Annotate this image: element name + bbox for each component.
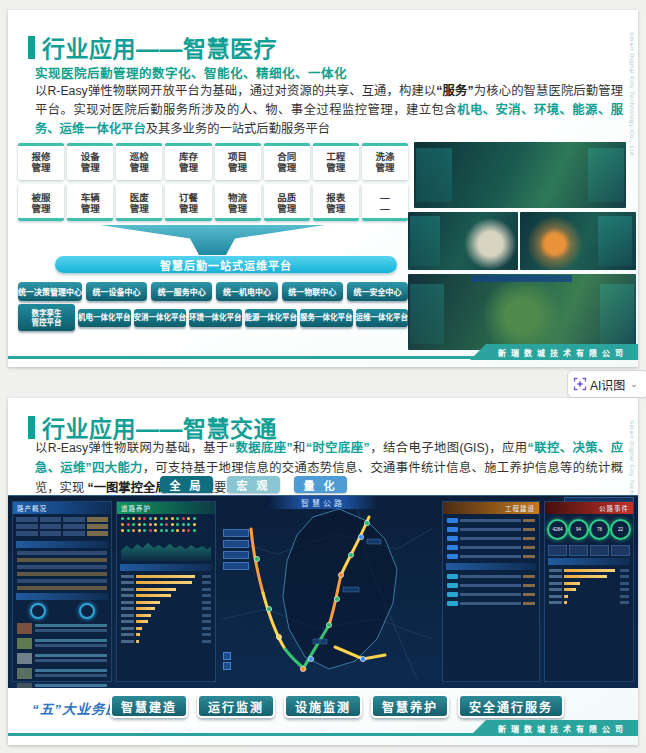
title-accent-bar (28, 416, 35, 439)
module-cell: 工程管理 (313, 143, 359, 180)
gis-map (217, 499, 439, 684)
company-name: 新瑞数城技术有限公司 (498, 347, 628, 358)
module-cell: 物流管理 (215, 184, 261, 221)
module-cell: 库存管理 (165, 143, 211, 180)
event-stat-cards (548, 545, 630, 556)
event-list-item (17, 622, 107, 634)
chevron-down-icon[interactable]: ⌄ (630, 379, 638, 389)
event-photo-thumbnail (17, 638, 32, 649)
event-photo-thumbnail (17, 683, 32, 689)
event-gauges: 4284947822 (547, 519, 631, 540)
panel-title: 公路事件 (545, 502, 633, 514)
road-assets-panel: 路产概况 (12, 501, 112, 682)
slide1-paragraph: 以R-Easy弹性物联网开放平台为基础，通过对资源的共享、互通，构建以“服务”为… (35, 82, 623, 139)
business-app-button: 智慧建造 (110, 694, 188, 718)
text-segment: 和 (293, 441, 306, 455)
view-mode-buttons: 全 局宏 观量 化 (160, 476, 347, 493)
module-cell: 合同管理 (264, 143, 310, 180)
platform-button: 服务一体化平台 (300, 309, 353, 327)
text-segment: “数据底座” (229, 441, 293, 455)
title-accent-bar (28, 36, 35, 59)
module-cell: 订餐管理 (165, 184, 211, 221)
platform-button: 安消一体化平台 (134, 309, 187, 327)
platform-button: 运维一体化平台 (356, 309, 409, 327)
event-bar-chart (545, 569, 633, 605)
platform-button: 能源一体化平台 (245, 309, 298, 327)
map-svg (217, 499, 439, 684)
text-segment: “服务” (436, 84, 473, 98)
highway-dashboard: 智慧公路 路产概况 道路养护 (8, 495, 638, 688)
unified-centers-row: 统一决策管理中心统一设备中心统一服务中心统一机电中心统一物联中心统一安全中心 (18, 282, 408, 301)
event-photo-thumbnail (17, 668, 32, 679)
ai-button-label: AI识图 (590, 376, 625, 393)
stat-ring (30, 603, 46, 619)
module-cell: 车辆管理 (67, 184, 113, 221)
ai-recognize-button[interactable]: AI识图 ⌄ (567, 370, 646, 398)
platform-button: 数字孪生管控平台 (18, 304, 75, 331)
map-zoom-control (223, 652, 231, 670)
slide-smart-healthcare: Smart Digital City Technology Co., Ltd 行… (8, 10, 638, 367)
ai-scan-sparkle-icon (573, 377, 587, 391)
module-cell: 报表管理 (313, 184, 359, 221)
road-maintenance-panel: 道路养护 (116, 501, 216, 682)
module-cell: 设备管理 (67, 143, 113, 180)
event-photo-thumbnail (17, 623, 32, 634)
unified-center-button: 统一决策管理中心 (18, 282, 82, 301)
footer-line (8, 356, 480, 359)
hospital-module-table: 报修管理设备管理巡检管理库存管理项目管理合同管理工程管理洗涤管理被服管理车辆管理… (18, 143, 408, 221)
ring-gauge: 78 (589, 519, 610, 540)
road-events-panel: 公路事件 4284947822 (544, 501, 634, 682)
business-app-button: 安全通行服务 (458, 694, 564, 718)
slide1-subtitle: 实现医院后勤管理的数字化、智能化、精细化、一体化 (35, 63, 347, 82)
ring-gauge: 22 (610, 519, 631, 540)
ring-gauge: 4284 (547, 519, 568, 540)
module-cell: —— (362, 184, 408, 221)
unified-center-button: 统一服务中心 (151, 282, 212, 301)
panel-title: 道路养护 (117, 502, 215, 514)
building-highlight-screenshot (520, 212, 636, 270)
funnel-shape (100, 225, 325, 255)
campus-dashboard-screenshot-2 (408, 274, 636, 350)
maintenance-bar-chart (117, 575, 215, 643)
company-name: 新瑞数城技术有限公司 (498, 723, 628, 734)
module-cell: 洗涤管理 (362, 143, 408, 180)
text-segment: 以R-Easy弹性物联网开放平台为基础，通过对资源的共享、互通，构建以 (35, 84, 436, 98)
event-list-item (17, 637, 107, 649)
text-segment: ，结合电子地图(GIS)，应用 (370, 441, 528, 455)
business-app-button: 智慧养护 (371, 694, 449, 718)
text-segment: 及其多业务的一站式后勤服务平台 (146, 122, 330, 136)
business-app-button: 设施监测 (284, 694, 362, 718)
slide1-title-row: 行业应用——智慧医疗 (28, 30, 277, 64)
slide-smart-transportation: Smart Digital City Technology Co., Ltd 行… (8, 398, 638, 745)
footer-line (8, 733, 476, 736)
footer-company-banner: 新瑞数城技术有限公司 (470, 344, 638, 360)
traffic-area-chart (121, 535, 211, 561)
business-app-button: 运行监测 (197, 694, 275, 718)
unified-center-button: 统一安全中心 (347, 282, 408, 301)
platform-button: 机电一体化平台 (78, 309, 131, 327)
mode-button: 宏 观 (227, 476, 280, 493)
unified-center-button: 统一设备中心 (86, 282, 147, 301)
mode-button: 全 局 (160, 476, 213, 493)
business-app-buttons: 智慧建造运行监测设施监测智慧养护安全通行服务 (110, 694, 564, 718)
text-segment: “时空底座” (306, 441, 370, 455)
module-cell: 巡检管理 (116, 143, 162, 180)
dashboard-screenshots (408, 142, 636, 356)
panel-title: 路产概况 (13, 502, 111, 514)
text-segment: 以R-Easy弹性物联网为基础，基于 (35, 441, 229, 455)
stat-ring (79, 603, 95, 619)
integrated-platforms-row: 数字孪生管控平台机电一体化平台安消一体化平台环境一体化平台能源一体化平台服务一体… (18, 304, 408, 331)
module-cell: 被服管理 (18, 184, 64, 221)
map-layer-buttons (223, 529, 249, 570)
module-cell: 项目管理 (215, 143, 261, 180)
page-title: 行业应用——智慧医疗 (42, 30, 277, 64)
side-company-text: Smart Digital City Technology Co., Ltd (629, 32, 635, 156)
road-condition-dot-rows (117, 517, 215, 532)
pipeline-platform-bar: 智慧后勤一站式运维平台 (55, 256, 397, 273)
module-cell: 医废管理 (116, 184, 162, 221)
panel-title: 工程建设 (443, 502, 539, 514)
event-photo-list (13, 622, 111, 688)
footer-company-banner: 新瑞数城技术有限公司 (470, 720, 638, 736)
event-list-item (17, 682, 107, 688)
construction-panel: 工程建设 (442, 501, 540, 682)
